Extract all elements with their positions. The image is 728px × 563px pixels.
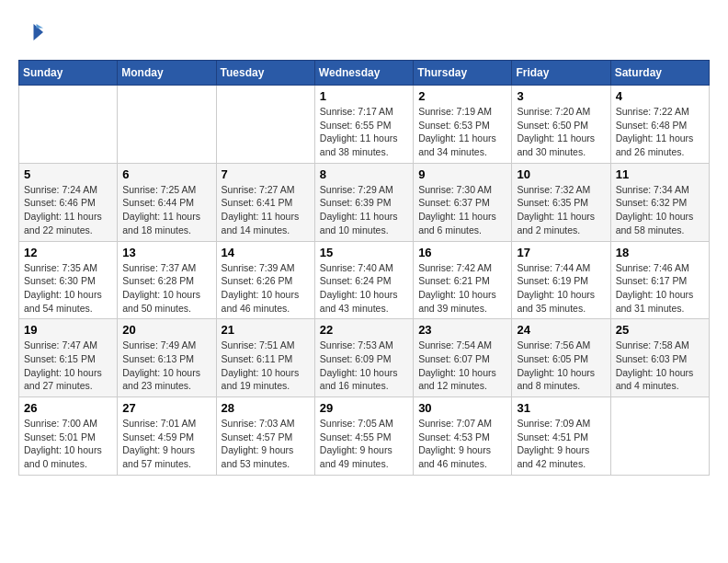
calendar-cell: 16Sunrise: 7:42 AM Sunset: 6:21 PM Dayli… [414,241,512,319]
day-number: 3 [517,89,605,103]
cell-info: Sunrise: 7:30 AM Sunset: 6:37 PM Dayligh… [418,183,506,237]
calendar-cell: 28Sunrise: 7:03 AM Sunset: 4:57 PM Dayli… [216,397,314,476]
day-number: 20 [122,323,210,337]
cell-info: Sunrise: 7:19 AM Sunset: 6:53 PM Dayligh… [418,105,506,159]
calendar-cell: 31Sunrise: 7:09 AM Sunset: 4:51 PM Dayli… [512,397,610,476]
day-number: 18 [616,246,704,259]
cell-info: Sunrise: 7:39 AM Sunset: 6:26 PM Dayligh… [222,261,310,316]
cell-info: Sunrise: 7:32 AM Sunset: 6:35 PM Dayligh… [517,183,605,237]
cell-info: Sunrise: 7:37 AM Sunset: 6:28 PM Dayligh… [122,261,210,316]
day-number: 12 [24,246,112,259]
calendar-cell: 10Sunrise: 7:32 AM Sunset: 6:35 PM Dayli… [512,163,610,241]
cell-info: Sunrise: 7:51 AM Sunset: 6:11 PM Dayligh… [222,339,310,393]
logo-icon [18,18,46,46]
cell-info: Sunrise: 7:34 AM Sunset: 6:32 PM Dayligh… [616,183,704,237]
cell-info: Sunrise: 7:53 AM Sunset: 6:09 PM Dayligh… [320,339,408,393]
weekday-header: Wednesday [314,61,413,86]
cell-info: Sunrise: 7:29 AM Sunset: 6:39 PM Dayligh… [320,183,408,237]
calendar-cell: 29Sunrise: 7:05 AM Sunset: 4:55 PM Dayli… [314,397,413,476]
day-number: 21 [222,323,310,337]
calendar-cell: 3Sunrise: 7:20 AM Sunset: 6:50 PM Daylig… [512,86,610,164]
calendar-week-row: 19Sunrise: 7:47 AM Sunset: 6:15 PM Dayli… [19,319,710,397]
cell-info: Sunrise: 7:44 AM Sunset: 6:19 PM Dayligh… [517,261,605,316]
day-number: 22 [320,323,408,337]
calendar-cell [216,86,314,164]
calendar-cell: 15Sunrise: 7:40 AM Sunset: 6:24 PM Dayli… [314,241,413,319]
calendar-cell: 30Sunrise: 7:07 AM Sunset: 4:53 PM Dayli… [414,397,512,476]
cell-info: Sunrise: 7:07 AM Sunset: 4:53 PM Dayligh… [418,417,506,471]
day-number: 27 [122,401,210,415]
day-number: 4 [616,89,704,103]
logo [18,18,50,46]
day-number: 14 [222,246,310,259]
calendar-cell: 9Sunrise: 7:30 AM Sunset: 6:37 PM Daylig… [414,163,512,241]
cell-info: Sunrise: 7:24 AM Sunset: 6:46 PM Dayligh… [24,183,112,237]
cell-info: Sunrise: 7:25 AM Sunset: 6:44 PM Dayligh… [122,183,210,237]
calendar-cell: 12Sunrise: 7:35 AM Sunset: 6:30 PM Dayli… [19,241,118,319]
calendar-cell: 1Sunrise: 7:17 AM Sunset: 6:55 PM Daylig… [314,86,413,164]
cell-info: Sunrise: 7:01 AM Sunset: 4:59 PM Dayligh… [122,417,210,471]
cell-info: Sunrise: 7:20 AM Sunset: 6:50 PM Dayligh… [517,105,605,159]
day-number: 17 [517,246,605,259]
calendar-cell: 18Sunrise: 7:46 AM Sunset: 6:17 PM Dayli… [610,241,709,319]
day-number: 8 [320,167,408,181]
calendar-cell: 23Sunrise: 7:54 AM Sunset: 6:07 PM Dayli… [414,319,512,397]
day-number: 10 [517,167,605,181]
cell-info: Sunrise: 7:22 AM Sunset: 6:48 PM Dayligh… [616,105,704,159]
calendar-table: SundayMondayTuesdayWednesdayThursdayFrid… [18,60,710,476]
day-number: 9 [418,167,506,181]
calendar-cell: 14Sunrise: 7:39 AM Sunset: 6:26 PM Dayli… [216,241,314,319]
calendar-cell: 2Sunrise: 7:19 AM Sunset: 6:53 PM Daylig… [414,86,512,164]
calendar-cell: 19Sunrise: 7:47 AM Sunset: 6:15 PM Dayli… [19,319,118,397]
weekday-header: Saturday [610,61,709,86]
day-number: 24 [517,323,605,337]
weekday-header: Sunday [19,61,118,86]
calendar-cell [118,86,216,164]
calendar-cell: 22Sunrise: 7:53 AM Sunset: 6:09 PM Dayli… [314,319,413,397]
day-number: 7 [222,167,310,181]
day-number: 15 [320,246,408,259]
day-number: 13 [122,246,210,259]
cell-info: Sunrise: 7:03 AM Sunset: 4:57 PM Dayligh… [222,417,310,471]
day-number: 11 [616,167,704,181]
cell-info: Sunrise: 7:00 AM Sunset: 5:01 PM Dayligh… [24,417,112,471]
calendar-cell: 13Sunrise: 7:37 AM Sunset: 6:28 PM Dayli… [118,241,216,319]
weekday-header-row: SundayMondayTuesdayWednesdayThursdayFrid… [19,61,710,86]
cell-info: Sunrise: 7:17 AM Sunset: 6:55 PM Dayligh… [320,105,408,159]
calendar-week-row: 26Sunrise: 7:00 AM Sunset: 5:01 PM Dayli… [19,397,710,476]
day-number: 6 [122,167,210,181]
calendar-cell: 20Sunrise: 7:49 AM Sunset: 6:13 PM Dayli… [118,319,216,397]
calendar-cell: 21Sunrise: 7:51 AM Sunset: 6:11 PM Dayli… [216,319,314,397]
day-number: 25 [616,323,704,337]
day-number: 19 [24,323,112,337]
calendar-cell: 25Sunrise: 7:58 AM Sunset: 6:03 PM Dayli… [610,319,709,397]
cell-info: Sunrise: 7:05 AM Sunset: 4:55 PM Dayligh… [320,417,408,471]
calendar-cell: 26Sunrise: 7:00 AM Sunset: 5:01 PM Dayli… [19,397,118,476]
page-header [18,18,710,46]
day-number: 5 [24,167,112,181]
cell-info: Sunrise: 7:27 AM Sunset: 6:41 PM Dayligh… [222,183,310,237]
calendar-cell: 24Sunrise: 7:56 AM Sunset: 6:05 PM Dayli… [512,319,610,397]
calendar-week-row: 12Sunrise: 7:35 AM Sunset: 6:30 PM Dayli… [19,241,710,319]
cell-info: Sunrise: 7:47 AM Sunset: 6:15 PM Dayligh… [24,339,112,393]
day-number: 29 [320,401,408,415]
cell-info: Sunrise: 7:49 AM Sunset: 6:13 PM Dayligh… [122,339,210,393]
calendar-cell: 17Sunrise: 7:44 AM Sunset: 6:19 PM Dayli… [512,241,610,319]
cell-info: Sunrise: 7:42 AM Sunset: 6:21 PM Dayligh… [418,261,506,316]
calendar-cell: 7Sunrise: 7:27 AM Sunset: 6:41 PM Daylig… [216,163,314,241]
cell-info: Sunrise: 7:54 AM Sunset: 6:07 PM Dayligh… [418,339,506,393]
cell-info: Sunrise: 7:58 AM Sunset: 6:03 PM Dayligh… [616,339,704,393]
cell-info: Sunrise: 7:56 AM Sunset: 6:05 PM Dayligh… [517,339,605,393]
calendar-cell: 4Sunrise: 7:22 AM Sunset: 6:48 PM Daylig… [610,86,709,164]
weekday-header: Thursday [414,61,512,86]
calendar-cell: 8Sunrise: 7:29 AM Sunset: 6:39 PM Daylig… [314,163,413,241]
day-number: 28 [222,401,310,415]
calendar-cell [610,397,709,476]
cell-info: Sunrise: 7:09 AM Sunset: 4:51 PM Dayligh… [517,417,605,471]
svg-marker-1 [37,24,44,29]
weekday-header: Friday [512,61,610,86]
day-number: 16 [418,246,506,259]
day-number: 1 [320,89,408,103]
cell-info: Sunrise: 7:35 AM Sunset: 6:30 PM Dayligh… [24,261,112,316]
calendar-cell: 6Sunrise: 7:25 AM Sunset: 6:44 PM Daylig… [118,163,216,241]
